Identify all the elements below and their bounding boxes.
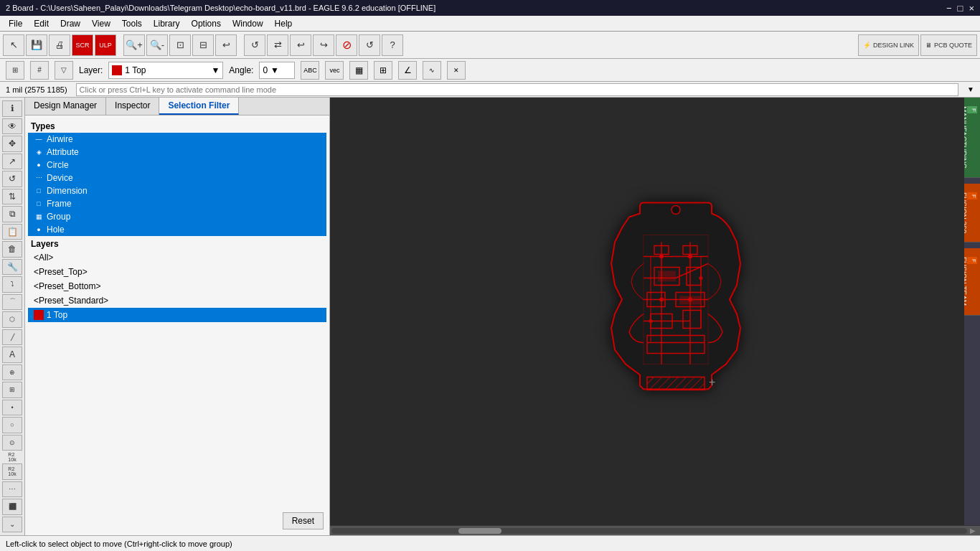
layer-all[interactable]: <All>	[28, 250, 326, 265]
maximize-btn[interactable]: □	[958, 3, 963, 14]
zoom-out-btn[interactable]: 🔍-	[146, 34, 168, 56]
eye-btn[interactable]: 👁	[2, 118, 22, 135]
redo-btn[interactable]: ↪	[313, 34, 334, 56]
type-attribute[interactable]: ◈ Attribute	[28, 146, 326, 159]
fusion360-panel-btn[interactable]: F FUSION 360	[964, 184, 980, 242]
menu-draw[interactable]: Draw	[55, 17, 86, 30]
pcb-quote-btn[interactable]: 🖥 PCB QUOTE	[920, 34, 977, 56]
angle-dropdown[interactable]: 0 ▼	[259, 62, 295, 79]
undo-btn[interactable]: ↩	[290, 34, 311, 56]
zoom-fit-btn[interactable]: ⊡	[169, 34, 191, 56]
reset-button[interactable]: Reset	[283, 512, 324, 529]
selection-filter-footer: Reset	[25, 507, 329, 535]
via-tool[interactable]: ⊙	[2, 435, 22, 451]
wire-tool[interactable]: ⤵	[2, 276, 22, 293]
tab-selection-filter[interactable]: Selection Filter	[159, 98, 239, 115]
canvas-area[interactable]: +	[330, 98, 964, 525]
arrow-tool[interactable]: ↗	[2, 154, 22, 170]
mirror-btn[interactable]: ⇄	[267, 34, 288, 56]
print-btn[interactable]: 🖨	[49, 34, 70, 56]
tab-design-manager[interactable]: Design Manager	[25, 98, 106, 115]
menu-window[interactable]: Window	[227, 17, 269, 30]
zoom-last-btn[interactable]: ↩	[215, 34, 237, 56]
text-btn[interactable]: ABC	[301, 61, 319, 80]
layer-1-top[interactable]: 1 Top	[28, 308, 326, 322]
close-btn[interactable]: ×	[969, 3, 974, 14]
type-device[interactable]: ⋯ Device	[28, 171, 326, 184]
bus-tool[interactable]: ⊞	[2, 382, 22, 398]
save-btn[interactable]: 💾	[26, 34, 47, 56]
junction-tool[interactable]: •	[2, 400, 22, 416]
type-group-label: Group	[47, 212, 70, 222]
net-tool[interactable]: ⊕	[2, 364, 22, 381]
menu-options[interactable]: Options	[186, 17, 227, 30]
arc-tool[interactable]: ⌒	[2, 294, 22, 311]
grid-view-btn2[interactable]: ⊞	[374, 61, 392, 80]
r2-btn[interactable]: R210k	[2, 463, 22, 480]
type-circle[interactable]: ● Circle	[28, 159, 326, 171]
menu-file[interactable]: File	[3, 17, 28, 30]
ulp-btn[interactable]: ULP	[95, 34, 116, 56]
repeat-btn[interactable]: ↺	[359, 34, 380, 56]
canvas-scrollbar[interactable]: ▶	[330, 525, 980, 535]
design-link-btn[interactable]: ⚡ DESIGN LINK	[858, 34, 919, 56]
stop-btn[interactable]: ⊘	[336, 34, 357, 56]
vec-text-btn[interactable]: vec	[325, 61, 344, 80]
command-input[interactable]	[76, 83, 958, 96]
menu-edit[interactable]: Edit	[28, 17, 55, 30]
layer-preset-top[interactable]: <Preset_Top>	[28, 265, 326, 279]
scr-btn[interactable]: SCR	[72, 34, 93, 56]
down-btn[interactable]: ⌄	[2, 517, 22, 533]
more-btn[interactable]: ⋯	[2, 481, 22, 498]
tab-inspector[interactable]: Inspector	[106, 98, 159, 115]
angle-value: 0	[263, 65, 268, 75]
grid-btn[interactable]: #	[30, 61, 49, 80]
scroll-thumb[interactable]	[458, 528, 501, 534]
copy-tool[interactable]: ⧉	[2, 206, 22, 222]
zoom-in-btn[interactable]: 🔍+	[123, 34, 145, 56]
info-btn[interactable]: ℹ	[2, 100, 22, 117]
pcb-svg	[604, 199, 748, 422]
type-airwire[interactable]: — Airwire	[28, 133, 326, 146]
angle-toggle-btn[interactable]: ∠	[398, 61, 417, 80]
wrench-tool[interactable]: 🔧	[2, 259, 22, 276]
delete-tool[interactable]: 🗑	[2, 241, 22, 258]
line-tool[interactable]: ╱	[2, 329, 22, 346]
manufacturing-panel-btn[interactable]: F MANUFACTURING	[964, 98, 980, 178]
filter-btn[interactable]: ▽	[55, 61, 73, 80]
help-btn[interactable]: ?	[382, 34, 403, 56]
layer-toggle-btn[interactable]: ⊞	[6, 61, 24, 80]
menu-help[interactable]: Help	[269, 17, 298, 30]
svg-point-1	[672, 206, 680, 215]
layer-preset-standard[interactable]: <Preset_Standard>	[28, 293, 326, 308]
fusion-team-panel-btn[interactable]: F FUSION TEAM	[964, 248, 980, 315]
pad-tool[interactable]: ○	[2, 417, 22, 433]
chip-tool[interactable]: ⬛	[2, 499, 22, 515]
rotate-tool[interactable]: ↺	[2, 171, 22, 187]
move-btn[interactable]: ✥	[2, 136, 22, 152]
type-hole[interactable]: ● Hole	[28, 223, 326, 236]
ratsnest-btn[interactable]: ✕	[447, 61, 466, 80]
menu-view[interactable]: View	[86, 17, 116, 30]
layer-dropdown[interactable]: 1 Top ▼	[108, 62, 223, 79]
type-dimension[interactable]: □ Dimension	[28, 184, 326, 197]
pcb-board-container	[604, 199, 748, 424]
layer-preset-bottom[interactable]: <Preset_Bottom>	[28, 279, 326, 293]
dimension-icon: □	[34, 186, 44, 196]
drc-btn[interactable]: ∿	[423, 61, 441, 80]
type-frame[interactable]: □ Frame	[28, 197, 326, 210]
menu-tools[interactable]: Tools	[116, 17, 148, 30]
mirror-v-tool[interactable]: ⇅	[2, 189, 22, 205]
grid-view-btn1[interactable]: ▦	[349, 61, 368, 80]
poly-tool[interactable]: ⬡	[2, 311, 22, 328]
zoom-sel-btn[interactable]: ⊟	[192, 34, 214, 56]
layer-1-top-swatch	[34, 310, 44, 320]
menu-library[interactable]: Library	[148, 17, 186, 30]
text-tool[interactable]: A	[2, 347, 22, 363]
minimize-btn[interactable]: −	[946, 3, 952, 14]
select-tool-btn[interactable]: ↖	[3, 34, 24, 56]
paste-tool[interactable]: 📋	[2, 224, 22, 240]
scroll-arrow-right[interactable]: ▶	[967, 527, 979, 534]
rotate-btn[interactable]: ↺	[244, 34, 265, 56]
type-group[interactable]: ▦ Group	[28, 210, 326, 223]
